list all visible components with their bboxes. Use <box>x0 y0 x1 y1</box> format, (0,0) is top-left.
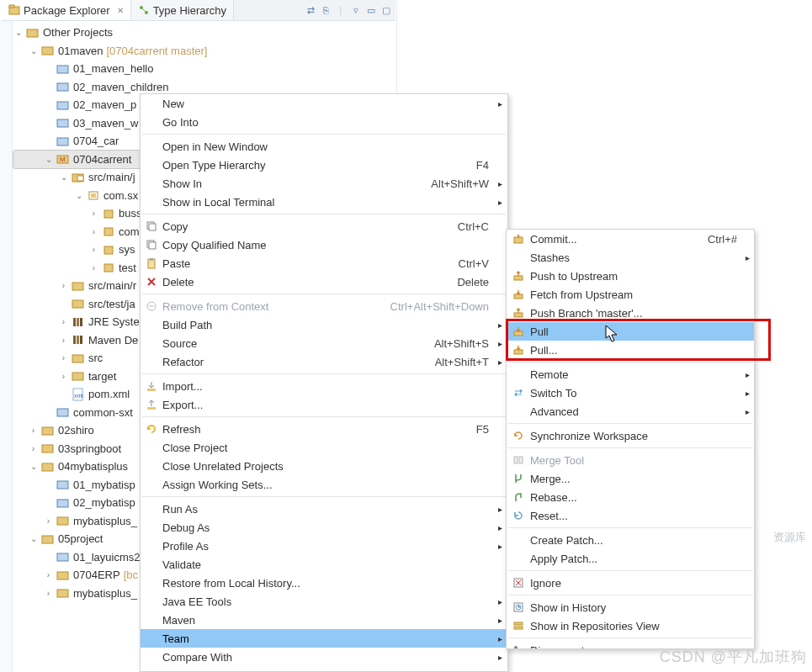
menu-source[interactable]: SourceAlt+Shift+S▸ <box>141 334 507 352</box>
submenu-remote[interactable]: Remote▸ <box>507 365 754 384</box>
tab-package-explorer[interactable]: Package Explorer ✕ <box>2 0 131 20</box>
menu-debug-as[interactable]: Debug As▸ <box>141 518 507 537</box>
tree-node-other-projects[interactable]: ⌄ Other Projects <box>13 24 395 42</box>
expand-icon[interactable]: › <box>59 368 68 386</box>
menu-restore-history[interactable]: Restore from Local History... <box>141 574 507 592</box>
tree-label: JRE Syster <box>88 313 143 331</box>
expand-icon[interactable]: ⌄ <box>74 187 83 205</box>
menu-paste[interactable]: PasteCtrl+V <box>141 254 507 273</box>
team-submenu[interactable]: Commit...Ctrl+# Stashes▸ Push to Upstrea… <box>506 229 755 649</box>
menu-open-new-window[interactable]: Open in New Window <box>141 137 507 156</box>
submenu-push-upstream[interactable]: Push to Upstream <box>507 267 754 285</box>
expand-icon[interactable]: ⌄ <box>29 42 38 61</box>
expand-icon[interactable]: ⌄ <box>29 458 38 476</box>
menu-delete[interactable]: DeleteDelete <box>141 273 507 291</box>
link-editor-icon[interactable]: ⎘ <box>320 4 332 16</box>
menu-validate[interactable]: Validate <box>141 555 507 574</box>
menu-run-as[interactable]: Run As▸ <box>141 500 507 518</box>
expand-icon[interactable]: › <box>29 421 38 440</box>
menu-javaee-tools[interactable]: Java EE Tools▸ <box>141 592 507 611</box>
expand-icon[interactable]: › <box>89 223 98 241</box>
submenu-show-repos[interactable]: Show in Repositories View <box>507 616 754 635</box>
expand-icon[interactable]: ⌄ <box>29 530 38 548</box>
expand-icon[interactable]: › <box>44 585 53 603</box>
tree-label: src/main/j <box>88 168 135 187</box>
menu-copy-qname[interactable]: Copy Qualified Name <box>141 235 507 254</box>
submenu-push-branch[interactable]: Push Branch 'master'... <box>507 304 754 322</box>
menu-go-into[interactable]: Go Into <box>141 113 507 131</box>
submenu-advanced[interactable]: Advanced▸ <box>507 402 754 421</box>
menu-copy[interactable]: CopyCtrl+C <box>141 217 507 235</box>
expand-icon[interactable]: › <box>44 512 53 531</box>
submenu-ignore[interactable]: Ignore <box>507 574 754 592</box>
expand-icon[interactable]: › <box>44 566 53 585</box>
menu-refresh[interactable]: RefreshF5 <box>141 420 507 438</box>
submenu-disconnect[interactable]: Disconnect <box>507 641 754 649</box>
expand-icon[interactable]: › <box>59 331 68 350</box>
submenu-merge[interactable]: Merge... <box>507 469 754 488</box>
menu-refactor[interactable]: RefactorAlt+Shift+T▸ <box>141 352 507 371</box>
svg-rect-21 <box>72 283 83 290</box>
menu-export[interactable]: Export... <box>141 395 507 414</box>
menu-import[interactable]: Import... <box>141 377 507 395</box>
minimize-icon[interactable]: ▭ <box>365 4 377 16</box>
menu-assign-ws[interactable]: Assign Working Sets... <box>141 475 507 494</box>
expand-icon[interactable]: › <box>89 241 98 259</box>
submenu-pull[interactable]: Pull <box>507 322 754 341</box>
submenu-show-history[interactable]: Show in History <box>507 598 754 616</box>
expand-icon[interactable]: › <box>89 204 98 223</box>
submenu-reset[interactable]: Reset... <box>507 506 754 525</box>
maximize-icon[interactable]: ▢ <box>380 4 392 16</box>
submenu-stashes[interactable]: Stashes▸ <box>507 248 754 267</box>
submenu-merge-tool[interactable]: Merge Tool <box>507 451 754 469</box>
expand-icon[interactable]: ⌄ <box>59 168 68 187</box>
tab-type-hierarchy[interactable]: Type Hierarchy <box>131 0 234 20</box>
tree-node[interactable]: 01_maven_hello <box>13 60 395 78</box>
menu-close-unrelated[interactable]: Close Unrelated Projects <box>141 457 507 475</box>
submenu-apply-patch[interactable]: Apply Patch... <box>507 549 754 568</box>
submenu-sync-workspace[interactable]: Synchronize Workspace <box>507 426 754 445</box>
expand-icon[interactable]: ⌄ <box>44 151 53 169</box>
copy-qualified-icon <box>141 239 162 251</box>
submenu-pull-dots[interactable]: Pull... <box>507 341 754 359</box>
tree-node-01maven[interactable]: ⌄ 01maven [0704carrent master] <box>13 42 395 61</box>
project-icon <box>56 550 70 564</box>
svg-rect-16 <box>91 193 96 198</box>
submenu-arrow-icon: ▸ <box>492 198 507 207</box>
menu-maven[interactable]: Maven▸ <box>141 611 507 629</box>
expand-icon[interactable]: › <box>59 313 68 331</box>
menu-show-local-terminal[interactable]: Show in Local Terminal▸ <box>141 193 507 211</box>
svg-rect-39 <box>57 517 68 525</box>
menu-new[interactable]: New▸ <box>141 94 507 113</box>
expand-icon[interactable]: ⌄ <box>13 24 23 42</box>
expand-icon[interactable]: › <box>59 349 68 368</box>
menu-close-project[interactable]: Close Project <box>141 438 507 457</box>
submenu-switch-to[interactable]: Switch To▸ <box>507 384 754 402</box>
menu-remove-context[interactable]: Remove from ContextCtrl+Alt+Shift+Down <box>141 297 507 315</box>
context-menu[interactable]: New▸ Go Into Open in New Window Open Typ… <box>140 93 508 672</box>
collapse-all-icon[interactable]: ⇄ <box>305 4 316 16</box>
menu-open-type-hierarchy[interactable]: Open Type HierarchyF4 <box>141 156 507 174</box>
menu-profile-as[interactable]: Profile As▸ <box>141 537 507 555</box>
menu-show-in[interactable]: Show InAlt+Shift+W▸ <box>141 174 507 193</box>
tree-label: 05project <box>58 530 103 548</box>
expand-icon[interactable]: › <box>89 259 98 278</box>
folder-icon <box>72 352 85 365</box>
view-menu-icon[interactable]: ▿ <box>350 4 362 16</box>
menu-compare-with[interactable]: Compare With▸ <box>141 648 507 666</box>
source-folder-icon <box>72 279 85 293</box>
submenu-create-patch[interactable]: Create Patch... <box>507 531 754 549</box>
submenu-fetch-upstream[interactable]: Fetch from Upstream <box>507 285 754 304</box>
expand-icon[interactable]: › <box>29 440 38 458</box>
project-icon <box>56 405 70 419</box>
menu-build-path[interactable]: Build Path▸ <box>141 315 507 334</box>
svg-rect-36 <box>42 463 53 471</box>
package-icon <box>102 261 115 274</box>
source-folder-icon <box>72 297 85 310</box>
close-icon[interactable]: ✕ <box>117 6 124 15</box>
expand-icon[interactable]: › <box>59 277 68 295</box>
menu-team[interactable]: Team▸ <box>141 629 507 648</box>
submenu-commit[interactable]: Commit...Ctrl+# <box>507 230 754 248</box>
working-set-icon <box>41 460 55 474</box>
submenu-rebase[interactable]: Rebase... <box>507 488 754 506</box>
